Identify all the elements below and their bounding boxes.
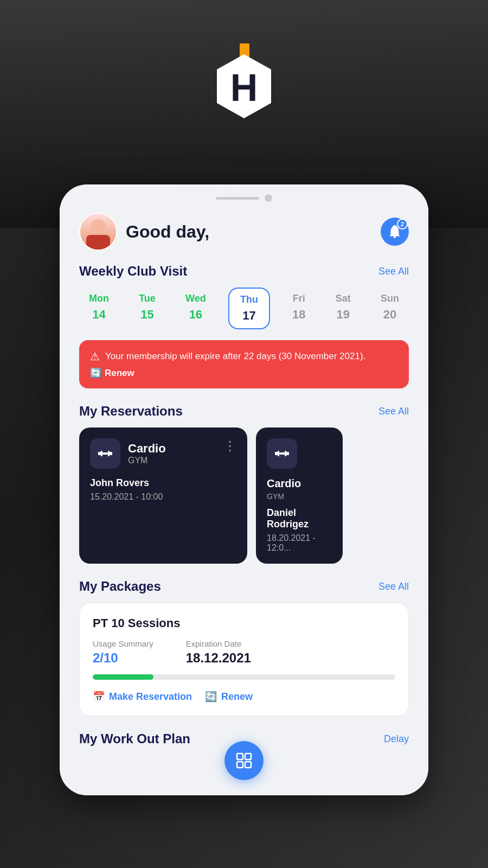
svg-rect-11 — [278, 451, 279, 456]
notch-camera — [265, 194, 272, 202]
calendar-icon: 📅 — [93, 691, 105, 703]
notification-button[interactable]: 2 — [381, 218, 409, 246]
day-wed-name: Wed — [185, 293, 206, 304]
svg-rect-5 — [98, 452, 101, 455]
weekly-club-visit-section: Weekly Club Visit See All Mon 14 Tue 15 … — [79, 264, 409, 388]
notch-bar — [216, 197, 259, 200]
card-2-location: GYM — [267, 492, 332, 501]
card-2-datetime: 18.20.2021 - 12:0... — [267, 533, 332, 553]
card-1-icon — [90, 438, 120, 469]
renew-icon: 🔄 — [90, 367, 101, 379]
svg-rect-16 — [245, 754, 251, 760]
reservations-see-all[interactable]: See All — [378, 406, 409, 417]
fab-button[interactable] — [224, 741, 264, 780]
make-reservation-button[interactable]: 📅 Make Reservation — [93, 691, 192, 703]
svg-rect-12 — [279, 452, 285, 455]
warning-icon: ⚠ — [90, 350, 100, 363]
day-tue[interactable]: Tue 15 — [131, 288, 163, 329]
usage-value: 2/10 — [93, 650, 153, 666]
renew-label: Renew — [105, 368, 134, 379]
weekly-section-header: Weekly Club Visit See All — [79, 264, 409, 279]
weekly-calendar: Mon 14 Tue 15 Wed 16 Thu 17 Fri 18 — [79, 288, 409, 329]
card-1-menu[interactable]: ⋮ — [223, 438, 236, 454]
day-wed[interactable]: Wed 16 — [178, 288, 214, 329]
svg-rect-8 — [108, 451, 110, 456]
reservations-section-header: My Reservations See All — [79, 404, 409, 419]
dumbbell-icon-1 — [97, 445, 113, 462]
progress-bar-fill — [93, 674, 153, 680]
svg-rect-7 — [102, 452, 108, 455]
svg-rect-14 — [286, 452, 289, 455]
expiry-label: Expiration Date — [186, 639, 251, 648]
reservation-card-2: Cardio GYM Daniel Rodrigez 18.20.2021 - … — [256, 427, 343, 564]
day-sat-name: Sat — [336, 293, 351, 304]
warning-text: ⚠ Your membership will expire after 22 d… — [90, 350, 398, 363]
packages-section-header: My Packages See All — [79, 579, 409, 594]
day-fri-name: Fri — [293, 293, 305, 304]
renew-package-label: Renew — [221, 691, 253, 703]
usage-label: Usage Summary — [93, 639, 153, 648]
avatar-body — [86, 235, 110, 250]
notification-badge: 2 — [397, 219, 408, 229]
membership-warning: ⚠ Your membership will expire after 22 d… — [79, 340, 409, 388]
svg-text:H: H — [230, 67, 258, 109]
packages-see-all[interactable]: See All — [378, 581, 409, 592]
day-tue-name: Tue — [139, 293, 156, 304]
svg-point-4 — [394, 236, 396, 238]
card-2-trainer: Daniel Rodrigez — [267, 507, 332, 530]
day-sun[interactable]: Sun 20 — [373, 288, 407, 329]
card-2-type: Cardio — [267, 477, 332, 490]
svg-rect-6 — [101, 451, 102, 456]
package-actions: 📅 Make Reservation 🔄 Renew — [93, 691, 395, 703]
card-2-icon-area — [267, 438, 297, 469]
day-mon[interactable]: Mon 14 — [81, 288, 117, 329]
svg-rect-9 — [110, 452, 112, 455]
svg-rect-18 — [245, 762, 251, 768]
warning-message: Your membership will expire after 22 day… — [105, 351, 365, 362]
package-name: PT 10 Sessions — [93, 616, 395, 630]
logo-container: H — [206, 43, 282, 130]
phone-notch — [60, 184, 428, 207]
grid-icon — [234, 751, 254, 770]
card-1-datetime: 15.20.2021 - 10:00 — [90, 492, 236, 502]
dumbbell-icon-2 — [274, 445, 290, 462]
renew-membership-button[interactable]: 🔄 Renew — [90, 367, 398, 379]
renew-package-icon: 🔄 — [205, 691, 217, 703]
card-1-type: Cardio — [128, 442, 166, 456]
make-reservation-label: Make Reservation — [109, 691, 192, 703]
workout-plan-title: My Work Out Plan — [79, 731, 190, 746]
card-1-header: Cardio GYM ⋮ — [90, 438, 236, 469]
card-1-location: GYM — [128, 456, 166, 465]
day-thu[interactable]: Thu 17 — [228, 288, 270, 329]
svg-rect-10 — [275, 452, 278, 455]
reservations-list: Cardio GYM ⋮ John Rovers 15.20.2021 - 10… — [79, 427, 409, 564]
day-sat-num: 19 — [337, 308, 350, 322]
day-sat[interactable]: Sat 19 — [328, 288, 358, 329]
app-header: Good day, 2 — [79, 213, 409, 251]
day-fri[interactable]: Fri 18 — [285, 288, 313, 329]
card-2-header — [267, 438, 332, 469]
svg-rect-15 — [237, 754, 243, 760]
phone-content: Good day, 2 Weekly Club Visit See All Mo… — [60, 207, 428, 757]
package-card: PT 10 Sessions Usage Summary 2/10 Expira… — [79, 603, 409, 716]
reservation-card-1: Cardio GYM ⋮ John Rovers 15.20.2021 - 10… — [79, 427, 247, 564]
avatar-head — [91, 219, 106, 233]
day-wed-num: 16 — [189, 308, 202, 322]
card-2-icon — [267, 438, 297, 469]
card-1-icon-area: Cardio GYM — [90, 438, 166, 469]
progress-bar-background — [93, 674, 395, 680]
delay-link[interactable]: Delay — [384, 733, 409, 745]
avatar-person — [80, 214, 116, 250]
day-sun-num: 20 — [383, 308, 396, 322]
weekly-see-all[interactable]: See All — [378, 266, 409, 277]
svg-rect-17 — [237, 762, 243, 768]
day-fri-num: 18 — [292, 308, 305, 322]
expiry-stat: Expiration Date 18.12.2021 — [186, 639, 251, 666]
packages-section: My Packages See All PT 10 Sessions Usage… — [79, 579, 409, 716]
card-1-titles: Cardio GYM — [128, 442, 166, 465]
my-reservations-section: My Reservations See All — [79, 404, 409, 564]
renew-package-button[interactable]: 🔄 Renew — [205, 691, 253, 703]
day-sun-name: Sun — [381, 293, 399, 304]
day-thu-name: Thu — [240, 294, 258, 305]
package-stats: Usage Summary 2/10 Expiration Date 18.12… — [93, 639, 395, 666]
